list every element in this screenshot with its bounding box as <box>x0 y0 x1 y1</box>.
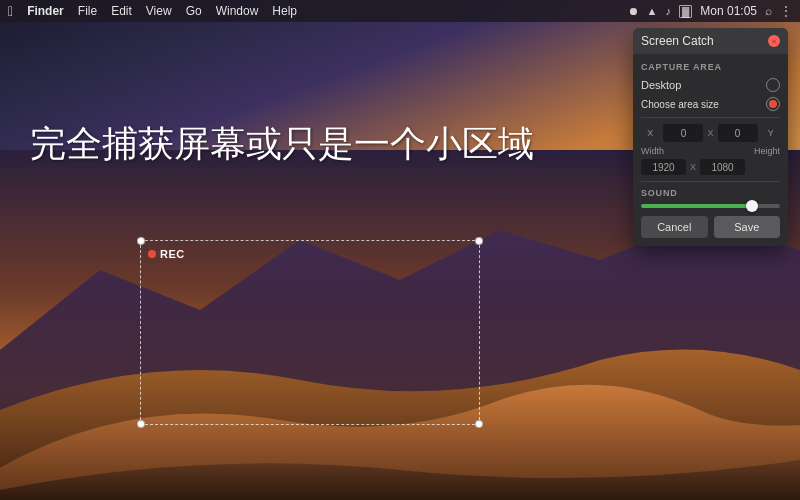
height-input[interactable] <box>700 159 745 175</box>
menu-edit[interactable]: Edit <box>111 4 132 18</box>
wifi-icon[interactable]: ▲ <box>647 5 658 17</box>
battery-icon[interactable]: ▓ <box>679 5 692 18</box>
menu-help[interactable]: Help <box>272 4 297 18</box>
corner-handle-bottom-right[interactable] <box>475 420 483 428</box>
menubar-left:  Finder File Edit View Go Window Help <box>8 3 297 19</box>
sound-slider-track[interactable] <box>641 204 780 208</box>
x-separator: X <box>707 128 713 138</box>
sound-section-label: SOUND <box>641 188 780 198</box>
width-input[interactable] <box>641 159 686 175</box>
desktop-option-label: Desktop <box>641 79 681 91</box>
divider-2 <box>641 181 780 182</box>
rec-text: REC <box>160 248 185 260</box>
menu-go[interactable]: Go <box>186 4 202 18</box>
screen-catch-panel: Screen Catch × CAPTURE AREA Desktop Choo… <box>633 28 788 246</box>
xy-coords-row: X X Y <box>641 124 780 142</box>
wh-values-row: X <box>641 159 780 175</box>
control-center-icon[interactable]: ⋮ <box>780 4 792 18</box>
rec-dot <box>148 250 156 258</box>
apple-menu[interactable]:  <box>8 3 13 19</box>
x-input[interactable] <box>663 124 703 142</box>
x-label: X <box>641 128 659 138</box>
wh-separator: X <box>690 162 696 172</box>
height-label: Height <box>735 146 780 156</box>
desktop-option-row: Desktop <box>641 78 780 92</box>
spotlight-icon[interactable]: ⌕ <box>765 4 772 18</box>
menu-file[interactable]: File <box>78 4 97 18</box>
divider-1 <box>641 117 780 118</box>
y-input[interactable] <box>718 124 758 142</box>
menubar-right: ⏺ ▲ ♪ ▓ Mon 01:05 ⌕ ⋮ <box>628 4 792 18</box>
corner-handle-bottom-left[interactable] <box>137 420 145 428</box>
sound-section: SOUND <box>641 188 780 208</box>
rec-indicator: REC <box>148 248 185 260</box>
clock: Mon 01:05 <box>700 4 757 18</box>
corner-handle-top-left[interactable] <box>137 237 145 245</box>
wh-labels-row: Width Height <box>641 146 780 156</box>
cancel-button[interactable]: Cancel <box>641 216 708 238</box>
desktop-radio[interactable] <box>766 78 780 92</box>
panel-title: Screen Catch <box>641 34 714 48</box>
panel-body: CAPTURE AREA Desktop Choose area size X … <box>633 54 788 246</box>
capture-area-rectangle[interactable] <box>140 240 480 425</box>
screen-record-icon[interactable]: ⏺ <box>628 5 639 17</box>
width-label: Width <box>641 146 686 156</box>
app-name[interactable]: Finder <box>27 4 64 18</box>
menu-view[interactable]: View <box>146 4 172 18</box>
choose-area-label: Choose area size <box>641 99 719 110</box>
menu-window[interactable]: Window <box>216 4 259 18</box>
capture-area-section-label: CAPTURE AREA <box>641 62 780 72</box>
panel-close-button[interactable]: × <box>768 35 780 47</box>
y-label: Y <box>762 128 780 138</box>
volume-icon[interactable]: ♪ <box>665 5 671 17</box>
sound-slider-thumb[interactable] <box>746 200 758 212</box>
corner-handle-top-right[interactable] <box>475 237 483 245</box>
panel-titlebar: Screen Catch × <box>633 28 788 54</box>
buttons-row: Cancel Save <box>641 216 780 238</box>
save-button[interactable]: Save <box>714 216 781 238</box>
main-heading: 完全捕获屏幕或只是一个小区域 <box>30 120 534 169</box>
choose-area-radio[interactable] <box>766 97 780 111</box>
choose-area-option-row: Choose area size <box>641 97 780 111</box>
radio-selected-dot <box>769 100 777 108</box>
menubar:  Finder File Edit View Go Window Help ⏺… <box>0 0 800 22</box>
